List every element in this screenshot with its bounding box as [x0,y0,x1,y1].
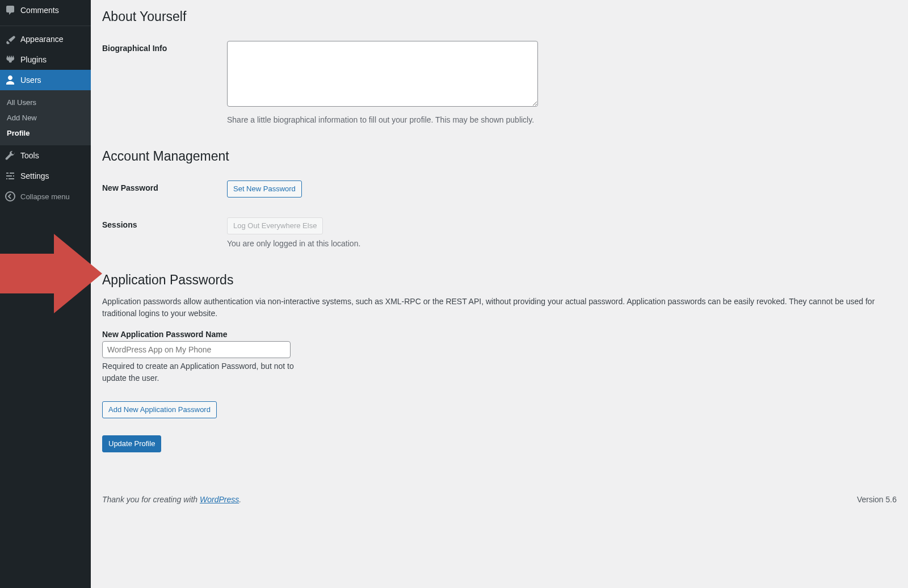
sliders-icon [5,170,16,182]
submenu-all-users[interactable]: All Users [0,95,91,110]
sidebar-item-plugins[interactable]: Plugins [0,49,91,70]
sessions-help: You are only logged in at this location. [227,238,891,250]
about-form-table: Biographical Info Share a little biograp… [102,32,897,137]
sidebar-item-settings[interactable]: Settings [0,166,91,186]
menu-separator [0,23,91,26]
update-profile-button[interactable]: Update Profile [102,435,161,452]
wordpress-link[interactable]: WordPress [200,495,239,504]
account-heading: Account Management [102,149,897,164]
sidebar-item-label: Tools [20,151,39,160]
sidebar-item-label: Plugins [20,55,47,64]
collapse-label: Collapse menu [20,192,70,201]
app-passwords-heading: Application Passwords [102,272,897,288]
collapse-icon [5,191,16,202]
set-new-password-button[interactable]: Set New Password [227,180,302,198]
sidebar-item-tools[interactable]: Tools [0,145,91,166]
logout-everywhere-button: Log Out Everywhere Else [227,217,323,234]
svg-point-0 [6,192,15,201]
bio-label: Biographical Info [102,32,227,137]
sidebar-item-users[interactable]: Users [0,70,91,90]
admin-sidebar: Comments Appearance Plugins Users All Us… [0,0,91,588]
sidebar-item-label: Users [20,75,41,85]
account-form-table: New Password Set New Password Sessions L… [102,172,897,261]
sidebar-item-appearance[interactable]: Appearance [0,29,91,49]
sidebar-item-label: Comments [20,6,59,15]
submenu-profile[interactable]: Profile [0,125,91,141]
user-icon [5,74,16,86]
add-application-password-button[interactable]: Add New Application Password [102,401,217,418]
collapse-menu[interactable]: Collapse menu [0,186,91,207]
app-password-name-input[interactable] [102,341,291,358]
plug-icon [5,54,16,65]
main-content: About Yourself Biographical Info Share a… [91,0,908,588]
bio-help: Share a little biographical information … [227,114,891,126]
sidebar-item-label: Appearance [20,35,64,44]
admin-footer: Thank you for creating with WordPress. V… [102,486,897,514]
submenu-add-new[interactable]: Add New [0,110,91,125]
sessions-label: Sessions [102,209,227,261]
footer-thanks: Thank you for creating with WordPress. [102,495,241,504]
sidebar-item-comments[interactable]: Comments [0,0,91,20]
about-heading: About Yourself [102,9,897,24]
bio-textarea[interactable] [227,41,538,107]
brush-icon [5,33,16,45]
sidebar-submenu-users: All Users Add New Profile [0,90,91,145]
app-password-name-label: New Application Password Name [102,330,897,339]
comment-icon [5,5,16,16]
app-password-name-help: Required to create an Application Passwo… [102,360,295,384]
app-passwords-intro: Application passwords allow authenticati… [102,296,897,320]
application-passwords-section: Application Passwords Application passwo… [102,272,897,418]
wrench-icon [5,150,16,161]
footer-version: Version 5.6 [857,495,897,504]
sidebar-item-label: Settings [20,171,49,180]
new-password-label: New Password [102,172,227,209]
